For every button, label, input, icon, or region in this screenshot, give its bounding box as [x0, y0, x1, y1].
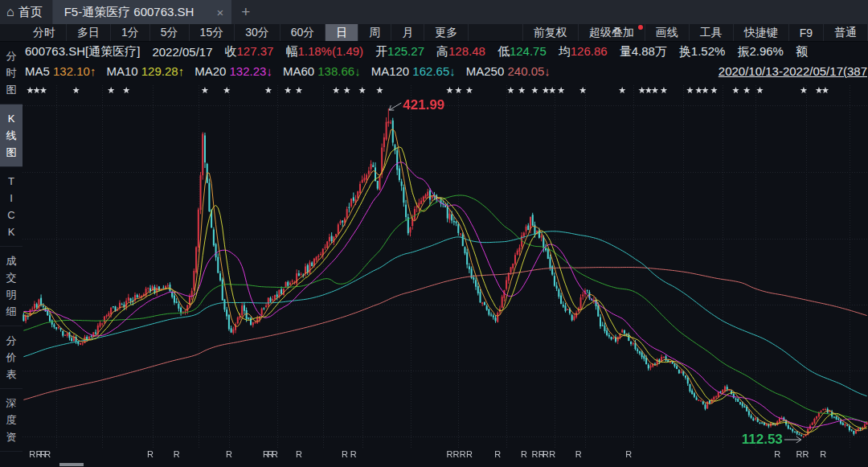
tool-button-F9[interactable]: F9 [789, 24, 824, 41]
tab-label: F5-通策医疗 600763.SH [64, 5, 194, 20]
period-button-日[interactable]: 日 [326, 24, 358, 41]
sidebar-item-TICK[interactable]: TICK [0, 167, 23, 247]
info-field-收: 收127.37 [224, 44, 273, 59]
notification-dot [638, 25, 643, 30]
ma-item-MA120: MA120 162.65↓ [371, 64, 456, 78]
info-field-幅: 幅1.18%(1.49) [285, 44, 363, 59]
home-icon: ⌂ [6, 6, 14, 18]
ma-item-MA10: MA10 129.28↑ [106, 64, 184, 78]
info-field-换: 换1.52% [679, 44, 726, 59]
tool-button-画线[interactable]: 画线 [645, 24, 690, 41]
sidebar-item-成交明细[interactable]: 成交明细 [0, 247, 23, 326]
info-field-均: 均126.86 [559, 44, 608, 59]
info-field-量: 量4.88万 [620, 44, 667, 59]
tool-button-工具[interactable]: 工具 [690, 24, 734, 41]
home-button[interactable]: ⌂ 首页 [0, 0, 53, 24]
sidebar-item-分价表[interactable]: 分价表 [0, 326, 23, 389]
kline-chart[interactable] [23, 80, 868, 467]
main-area: 分时图K线图TICK成交明细分价表深度资 600763.SH[通策医疗]2022… [0, 42, 868, 467]
period-button-5分[interactable]: 5分 [150, 24, 190, 41]
period-button-30分[interactable]: 30分 [235, 24, 280, 41]
period-button-60分[interactable]: 60分 [280, 24, 326, 41]
stock-info-bar: 600763.SH[通策医疗]2022/05/17收127.37幅1.18%(1… [23, 42, 868, 61]
tool-button-前复权[interactable]: 前复权 [522, 24, 579, 41]
left-sidebar: 分时图K线图TICK成交明细分价表深度资 [0, 42, 23, 467]
info-field-振: 振2.96% [737, 44, 784, 59]
trading-app-window: ⌂ 首页 F5-通策医疗 600763.SH × + 分时多日1分5分15分30… [0, 0, 868, 467]
period-toolbar: 分时多日1分5分15分30分60分日周月更多 前复权超级叠加画线工具快捷键F9普… [0, 24, 868, 42]
sidebar-item-K线图[interactable]: K线图 [0, 104, 23, 167]
toolbar-tools-group: 前复权超级叠加画线工具快捷键F9普通 [522, 24, 868, 41]
tool-button-超级叠加[interactable]: 超级叠加 [579, 24, 645, 41]
period-button-1分[interactable]: 1分 [111, 24, 150, 41]
sidebar-item-分时图[interactable]: 分时图 [0, 42, 23, 104]
sidebar-item-深度资[interactable]: 深度资 [0, 389, 23, 452]
date-range-link[interactable]: 2020/10/13-2022/05/17(387 [719, 64, 868, 78]
ma-bar: MA5 132.10↑MA10 129.28↑MA20 132.23↓MA60 … [23, 61, 868, 80]
info-field-低: 低124.75 [497, 44, 547, 59]
info-field-高: 高128.48 [436, 44, 485, 59]
info-field-开: 开125.27 [375, 44, 424, 59]
info-field-600763.SH[通策医疗]: 600763.SH[通策医疗] [25, 44, 140, 59]
ma-item-MA60: MA60 138.66↓ [283, 64, 361, 78]
chart-panel: 600763.SH[通策医疗]2022/05/17收127.37幅1.18%(1… [23, 42, 868, 467]
home-label: 首页 [18, 5, 43, 20]
tool-button-普通[interactable]: 普通 [824, 24, 868, 41]
period-button-多日[interactable]: 多日 [67, 24, 111, 41]
close-tab-icon[interactable]: × [216, 6, 223, 19]
tool-button-快捷键[interactable]: 快捷键 [734, 24, 789, 41]
new-tab-button[interactable]: + [231, 0, 260, 24]
ma-legend: MA5 132.10↑MA10 129.28↑MA20 132.23↓MA60 … [25, 64, 551, 78]
ma-item-MA20: MA20 132.23↓ [194, 64, 272, 78]
period-button-周[interactable]: 周 [358, 24, 391, 41]
toolbar-period-group: 分时多日1分5分15分30分60分日周月更多 [0, 24, 469, 41]
period-button-15分[interactable]: 15分 [190, 24, 235, 41]
period-button-月[interactable]: 月 [391, 24, 424, 41]
title-bar: ⌂ 首页 F5-通策医疗 600763.SH × + [0, 0, 868, 24]
info-field-额: 额 [796, 44, 808, 59]
period-button-分时[interactable]: 分时 [23, 24, 67, 41]
info-field-2022/05/17: 2022/05/17 [152, 45, 212, 59]
period-button-更多[interactable]: 更多 [424, 24, 469, 41]
stock-tab[interactable]: F5-通策医疗 600763.SH × [53, 0, 232, 24]
ma-item-MA250: MA250 240.05↓ [466, 64, 551, 78]
ma-item-MA5: MA5 132.10↑ [25, 64, 96, 78]
